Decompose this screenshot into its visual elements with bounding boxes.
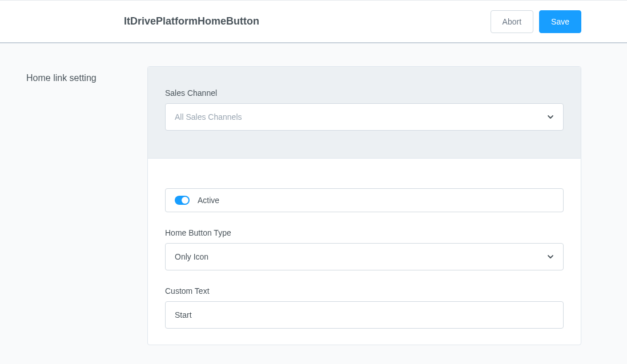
custom-text-label: Custom Text (165, 286, 564, 296)
active-row: Active (165, 188, 564, 212)
sales-channel-section: Sales Channel All Sales Channels (148, 67, 581, 159)
home-button-type-block: Home Button Type Only Icon (165, 228, 564, 270)
custom-text-input[interactable] (165, 301, 564, 329)
sales-channel-label: Sales Channel (165, 88, 564, 98)
home-button-type-select[interactable]: Only Icon (165, 243, 564, 270)
settings-card: Sales Channel All Sales Channels Active (147, 66, 581, 345)
page-header: ItDrivePlatformHomeButton Abort Save (0, 0, 627, 43)
toggle-knob (182, 197, 188, 204)
home-button-type-label: Home Button Type (165, 228, 564, 237)
main-panel: Sales Channel All Sales Channels Active (147, 66, 581, 345)
home-button-type-select-wrapper: Only Icon (165, 243, 564, 270)
custom-text-block: Custom Text (165, 286, 564, 329)
section-label: Home link setting (26, 66, 124, 345)
sales-channel-select-wrapper: All Sales Channels (165, 103, 564, 131)
sales-channel-select[interactable]: All Sales Channels (165, 103, 564, 131)
content-area: Home link setting Sales Channel All Sale… (0, 43, 627, 364)
page-title: ItDrivePlatformHomeButton (124, 15, 491, 27)
save-button[interactable]: Save (539, 10, 581, 33)
settings-body: Active Home Button Type Only Icon Custom… (148, 159, 581, 345)
abort-button[interactable]: Abort (491, 10, 533, 33)
active-label: Active (198, 196, 219, 205)
active-toggle[interactable] (175, 196, 190, 205)
header-actions: Abort Save (491, 10, 581, 33)
